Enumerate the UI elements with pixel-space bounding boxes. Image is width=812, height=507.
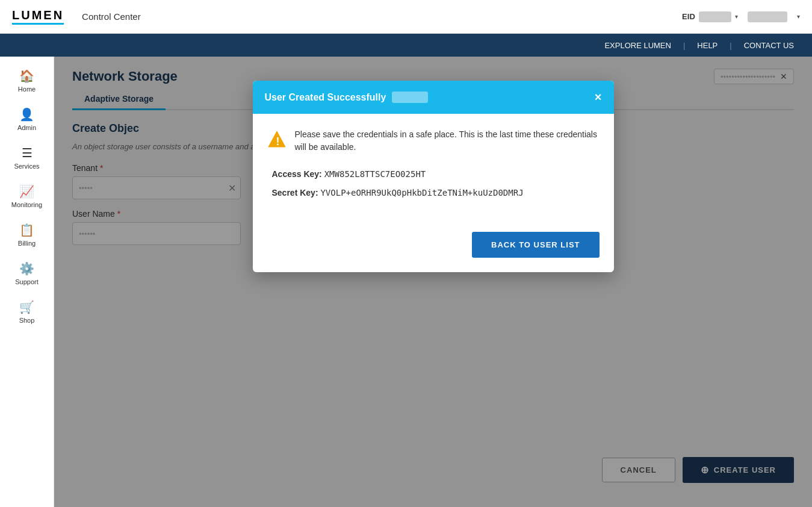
subnav-help[interactable]: HELP [697,41,717,50]
home-icon: 🏠 [19,69,34,83]
warning-row: ! Please save the credentials in a safe … [267,128,600,154]
modal-body: ! Please save the credentials in a safe … [253,114,614,232]
billing-icon: 📋 [19,223,34,237]
sidebar-label-services: Services [14,163,39,170]
warning-message: Please save the credentials in a safe pl… [295,128,600,154]
sidebar-label-shop: Shop [19,317,35,324]
lumen-logo: LUMEN [12,8,64,25]
top-bar: LUMEN Control Center EID ••••••••• ▾ •••… [0,0,812,34]
shop-icon: 🛒 [19,300,34,314]
services-icon: ☰ [22,146,33,160]
sidebar-label-support: Support [15,278,39,285]
sidebar-label-home: Home [18,86,36,93]
monitoring-icon: 📈 [19,184,34,199]
sidebar-item-home[interactable]: 🏠 Home [0,63,54,99]
account-dropdown-arrow[interactable]: ▾ [797,13,800,20]
access-key-label: Access Key: [272,169,322,179]
modal-title-redacted: •••••• [392,92,427,103]
secret-key-value: YVOLP+eORHR9UkQ0pHkbDitZeTNiM+kuUzD0DMRJ [320,188,523,198]
modal-footer: BACK TO USER LIST [253,232,614,272]
sidebar-label-billing: Billing [18,240,36,247]
modal-header: User Created Successfully •••••• × [253,81,614,114]
sidebar-item-billing[interactable]: 📋 Billing [0,217,54,253]
svg-text:!: ! [276,135,279,148]
back-to-user-list-button[interactable]: BACK TO USER LIST [472,232,600,258]
eid-dropdown-arrow[interactable]: ▾ [735,13,738,20]
sidebar-item-support[interactable]: ⚙️ Support [0,255,54,291]
modal: User Created Successfully •••••• × ! Ple… [253,81,614,272]
access-key-row: Access Key: XMW852L8TTSC7EO025HT [272,168,600,181]
sidebar-label-admin: Admin [17,124,36,131]
credentials-section: Access Key: XMW852L8TTSC7EO025HT Secret … [267,168,600,199]
modal-title: User Created Successfully •••••• [265,92,428,103]
modal-overlay: User Created Successfully •••••• × ! Ple… [54,57,812,507]
modal-close-button[interactable]: × [595,90,602,104]
sidebar-item-shop[interactable]: 🛒 Shop [0,294,54,330]
subnav-divider-2: | [730,41,731,50]
top-right-nav: EID ••••••••• ▾ •••••••••••• ▾ [682,11,800,22]
main-content: •••••••••••••••••••• ✕ Network Storage A… [54,57,812,507]
eid-section: EID ••••••••• ▾ [682,11,737,22]
secret-key-row: Secret Key: YVOLP+eORHR9UkQ0pHkbDitZeTNi… [272,187,600,199]
subnav-divider-1: | [683,41,685,50]
eid-label: EID [682,12,695,21]
subnav-explore[interactable]: EXPLORE LUMEN [604,41,671,50]
sidebar-item-services[interactable]: ☰ Services [0,140,54,176]
sidebar-item-monitoring[interactable]: 📈 Monitoring [0,178,54,214]
support-icon: ⚙️ [19,261,34,276]
modal-title-text: User Created Successfully [265,92,386,103]
sub-nav: EXPLORE LUMEN | HELP | CONTACT US [0,34,812,57]
eid-value: ••••••••• [699,11,731,22]
subnav-contact[interactable]: CONTACT US [744,41,794,50]
account-value: •••••••••••• [748,11,787,22]
control-center-label: Control Center [82,11,141,22]
sidebar-label-monitoring: Monitoring [11,201,42,208]
secret-key-label: Secret Key: [272,188,318,198]
sidebar-item-admin[interactable]: 👤 Admin [0,101,54,137]
access-key-value: XMW852L8TTSC7EO025HT [324,169,426,179]
layout: 🏠 Home 👤 Admin ☰ Services 📈 Monitoring 📋… [0,57,812,507]
admin-icon: 👤 [19,107,34,122]
warning-icon: ! [267,129,287,149]
sidebar: 🏠 Home 👤 Admin ☰ Services 📈 Monitoring 📋… [0,57,54,507]
